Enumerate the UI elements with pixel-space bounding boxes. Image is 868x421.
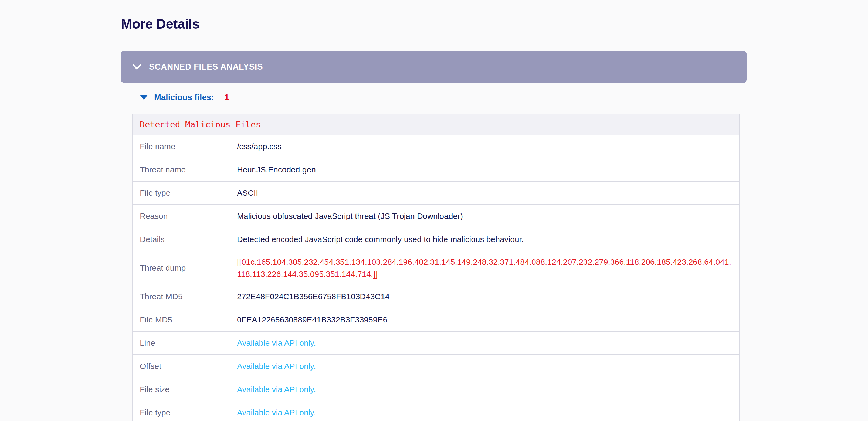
row-label: Offset xyxy=(132,355,237,378)
table-row: Threat nameHeur.JS.Encoded.gen xyxy=(132,158,739,181)
row-label: Threat name xyxy=(132,158,237,181)
table-header-row: Detected Malicious Files xyxy=(132,114,739,135)
table-row: DetailsDetected encoded JavaScript code … xyxy=(132,228,739,251)
table-row: ReasonMalicious obfuscated JavaScript th… xyxy=(132,204,739,228)
row-label: File type xyxy=(132,401,237,421)
row-label: Line xyxy=(132,331,237,355)
triangle-down-icon xyxy=(140,95,148,100)
table-row: File typeAvailable via API only. xyxy=(132,401,739,421)
table-row: File MD50FEA12265630889E41B332B3F33959E6 xyxy=(132,308,739,331)
table-row: File sizeAvailable via API only. xyxy=(132,378,739,401)
malicious-file-details-table: Detected Malicious Files File name/css/a… xyxy=(132,114,740,421)
table-row: OffsetAvailable via API only. xyxy=(132,355,739,378)
row-value: Available via API only. xyxy=(237,378,739,401)
row-value: 0FEA12265630889E41B332B3F33959E6 xyxy=(237,308,739,331)
row-label: File size xyxy=(132,378,237,401)
row-value: Available via API only. xyxy=(237,401,739,421)
table-row: Threat dump[[01c.165.104.305.232.454.351… xyxy=(132,251,739,285)
malicious-files-toggle[interactable]: Malicious files: 1 xyxy=(140,93,868,102)
table-row: Threat MD5272E48F024C1B356E6758FB103D43C… xyxy=(132,285,739,308)
table-row: File name/css/app.css xyxy=(132,135,739,158)
row-value: Available via API only. xyxy=(237,331,739,355)
row-value: [[01c.165.104.305.232.454.351.134.103.28… xyxy=(237,251,739,285)
page-title: More Details xyxy=(121,16,868,32)
table-row: LineAvailable via API only. xyxy=(132,331,739,355)
row-value: Malicious obfuscated JavaScript threat (… xyxy=(237,204,739,228)
malicious-files-label: Malicious files: xyxy=(154,93,214,102)
accordion-title: SCANNED FILES ANALYSIS xyxy=(149,62,263,72)
row-value: Available via API only. xyxy=(237,355,739,378)
table-row: File typeASCII xyxy=(132,181,739,204)
row-label: Reason xyxy=(132,204,237,228)
row-label: Details xyxy=(132,228,237,251)
chevron-down-icon xyxy=(132,64,142,70)
row-label: Threat dump xyxy=(132,251,237,285)
row-label: File name xyxy=(132,135,237,158)
malicious-files-count: 1 xyxy=(224,93,229,102)
row-label: File MD5 xyxy=(132,308,237,331)
row-value: Heur.JS.Encoded.gen xyxy=(237,158,739,181)
row-value: /css/app.css xyxy=(237,135,739,158)
more-details-page: More Details SCANNED FILES ANALYSIS Mali… xyxy=(0,0,868,421)
row-label: File type xyxy=(132,181,237,204)
scanned-files-analysis-accordion[interactable]: SCANNED FILES ANALYSIS xyxy=(121,51,747,83)
table-title: Detected Malicious Files xyxy=(132,114,739,135)
row-value: 272E48F024C1B356E6758FB103D43C14 xyxy=(237,285,739,308)
row-value: ASCII xyxy=(237,181,739,204)
row-label: Threat MD5 xyxy=(132,285,237,308)
row-value: Detected encoded JavaScript code commonl… xyxy=(237,228,739,251)
